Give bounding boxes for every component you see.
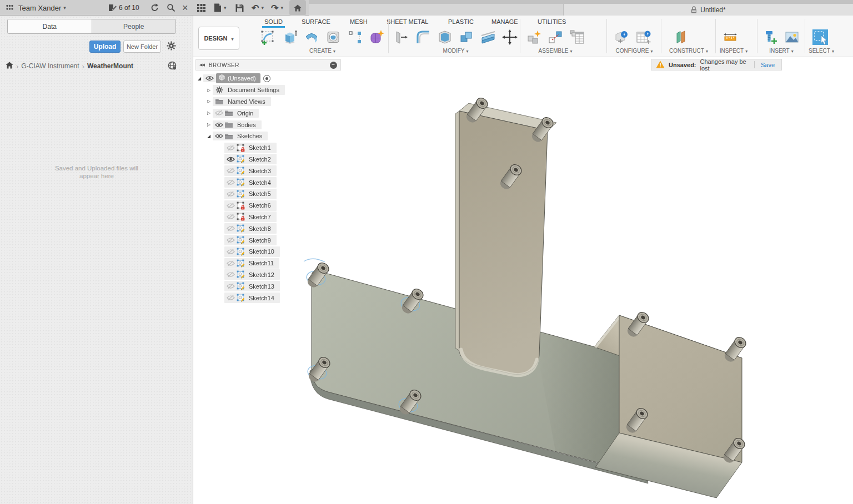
workspace-selector[interactable]: DESIGN — [198, 27, 239, 50]
redo-button[interactable]: ↷▾ — [271, 0, 283, 16]
team-menu[interactable]: Team Xander ▾ — [6, 0, 66, 16]
tab-plastic[interactable]: PLASTIC — [446, 17, 476, 27]
tree-item-sketch[interactable]: Sketch6 — [195, 200, 341, 211]
expand-caret-icon[interactable]: ◢ — [195, 76, 203, 81]
visibility-eye-icon[interactable] — [226, 168, 235, 174]
globe-icon[interactable] — [168, 61, 177, 72]
tab-mesh[interactable]: MESH — [348, 17, 370, 27]
home-button[interactable] — [289, 0, 306, 16]
visibility-eye-off-icon[interactable] — [214, 110, 224, 116]
collapsed-caret-icon[interactable]: ▷ — [205, 99, 213, 104]
visibility-eye-icon[interactable] — [226, 260, 235, 266]
canvas-icon[interactable] — [782, 28, 801, 47]
save-link[interactable]: Save — [759, 62, 777, 68]
collapsed-caret-icon[interactable]: ▷ — [205, 88, 213, 93]
insert-fastener-icon[interactable] — [761, 28, 780, 47]
tab-data[interactable]: Data — [8, 19, 92, 33]
visibility-eye-icon[interactable] — [205, 75, 214, 81]
visibility-eye-icon[interactable] — [226, 295, 235, 301]
job-status[interactable]: 6 of 10 — [108, 0, 139, 16]
document-tab[interactable]: Untitled* — [563, 4, 853, 16]
tree-item-sketch[interactable]: Sketch8 — [195, 223, 341, 234]
tree-item-sketch[interactable]: Sketch14 — [195, 292, 341, 304]
joint-icon[interactable] — [546, 28, 565, 47]
tab-sheet-metal[interactable]: SHEET METAL — [384, 17, 430, 27]
tree-item-sketch[interactable]: Sketch3 — [195, 165, 341, 177]
group-configure[interactable]: CONFIGURE — [609, 48, 660, 54]
group-select[interactable]: SELECT — [802, 48, 841, 54]
tree-item-sketch[interactable]: Sketch2 — [195, 154, 341, 165]
revolve-icon[interactable] — [302, 28, 321, 47]
hole-icon[interactable] — [324, 28, 343, 47]
upload-button[interactable]: Upload — [89, 41, 121, 53]
tree-item-sketches[interactable]: ◢ Sketches — [195, 130, 341, 142]
tab-people[interactable]: People — [92, 19, 176, 33]
tree-item-named-views[interactable]: ▷ Named Views — [195, 96, 341, 108]
configure-icon[interactable] — [613, 28, 631, 47]
visibility-eye-icon[interactable] — [226, 157, 235, 162]
visibility-eye-icon[interactable] — [226, 145, 235, 151]
visibility-eye-icon[interactable] — [226, 283, 235, 289]
expand-caret-icon[interactable]: ◢ — [205, 134, 213, 139]
undo-button[interactable]: ↶▾ — [252, 0, 264, 16]
group-construct[interactable]: CONSTRUCT — [663, 48, 714, 54]
collapse-panel-icon[interactable]: ◀◀ — [199, 63, 204, 67]
grid-view-icon[interactable] — [197, 0, 205, 16]
group-create[interactable]: CREATE — [259, 48, 386, 54]
refresh-button[interactable] — [150, 0, 159, 16]
visibility-eye-icon[interactable] — [226, 249, 235, 255]
select-icon[interactable] — [811, 28, 830, 47]
tree-item-origin[interactable]: ▷ Origin — [195, 107, 341, 119]
press-pull-icon[interactable] — [392, 28, 411, 47]
new-component-icon[interactable] — [524, 28, 543, 47]
group-modify[interactable]: MODIFY — [392, 48, 519, 54]
rectangular-pattern-icon[interactable] — [345, 28, 364, 47]
file-menu[interactable]: ▾ — [214, 0, 227, 16]
close-data-panel-button[interactable]: × — [182, 0, 188, 16]
tree-item-document-settings[interactable]: ▷ Document Settings — [195, 84, 341, 96]
breadcrumb-project[interactable]: G-CIAW Instrument — [21, 62, 79, 70]
document-root-item[interactable]: (Unsaved) — [216, 73, 260, 83]
3d-viewport[interactable]: ◀◀ BROWSER − ◢ (Unsaved) — [193, 57, 853, 504]
construct-plane-icon[interactable] — [672, 28, 691, 47]
group-assemble[interactable]: ASSEMBLE — [524, 48, 586, 54]
create-sketch-icon[interactable] — [259, 28, 278, 47]
tree-item-sketch[interactable]: Sketch7 — [195, 211, 341, 223]
collapsed-caret-icon[interactable]: ▷ — [205, 110, 213, 115]
tab-surface[interactable]: SURFACE — [299, 17, 333, 27]
breadcrumb-folder[interactable]: WeatherMount — [87, 62, 133, 70]
display-settings-icon[interactable]: − — [330, 62, 337, 69]
visibility-eye-icon[interactable] — [226, 237, 235, 243]
visibility-eye-icon[interactable] — [226, 214, 235, 220]
tree-item-sketch[interactable]: Sketch4 — [195, 177, 341, 188]
tree-item-sketch[interactable]: Sketch13 — [195, 280, 341, 292]
new-folder-button[interactable]: New Folder — [123, 41, 161, 53]
fillet-icon[interactable] — [414, 28, 433, 47]
measure-icon[interactable] — [721, 28, 740, 47]
tree-root-row[interactable]: ◢ (Unsaved) — [195, 73, 341, 84]
tree-item-sketch[interactable]: Sketch10 — [195, 246, 341, 258]
visibility-eye-icon[interactable] — [226, 225, 235, 231]
tree-item-sketch[interactable]: Sketch11 — [195, 258, 341, 269]
visibility-eye-icon[interactable] — [214, 122, 224, 128]
tree-item-sketch[interactable]: Sketch9 — [195, 234, 341, 246]
tree-item-sketch[interactable]: Sketch12 — [195, 269, 341, 281]
visibility-eye-icon[interactable] — [226, 271, 235, 278]
tab-utilities[interactable]: UTILITIES — [535, 17, 568, 27]
collapsed-caret-icon[interactable]: ▷ — [205, 122, 213, 127]
group-insert[interactable]: INSERT — [761, 48, 802, 54]
save-button[interactable] — [235, 0, 244, 16]
shell-icon[interactable] — [435, 28, 454, 47]
visibility-eye-icon[interactable] — [226, 203, 235, 209]
data-settings-button[interactable] — [165, 41, 177, 53]
create-form-icon[interactable] — [367, 28, 386, 47]
tab-manage[interactable]: MANAGE — [489, 17, 520, 27]
tab-solid[interactable]: SOLID — [262, 17, 285, 27]
configuration-table-icon[interactable] — [634, 28, 653, 47]
visibility-eye-icon[interactable] — [226, 191, 235, 197]
extrude-icon[interactable] — [280, 28, 299, 47]
split-body-icon[interactable] — [479, 28, 498, 47]
tree-item-sketch[interactable]: Sketch5 — [195, 188, 341, 200]
move-copy-icon[interactable] — [500, 28, 519, 47]
tree-item-sketch[interactable]: Sketch1 — [195, 142, 341, 154]
